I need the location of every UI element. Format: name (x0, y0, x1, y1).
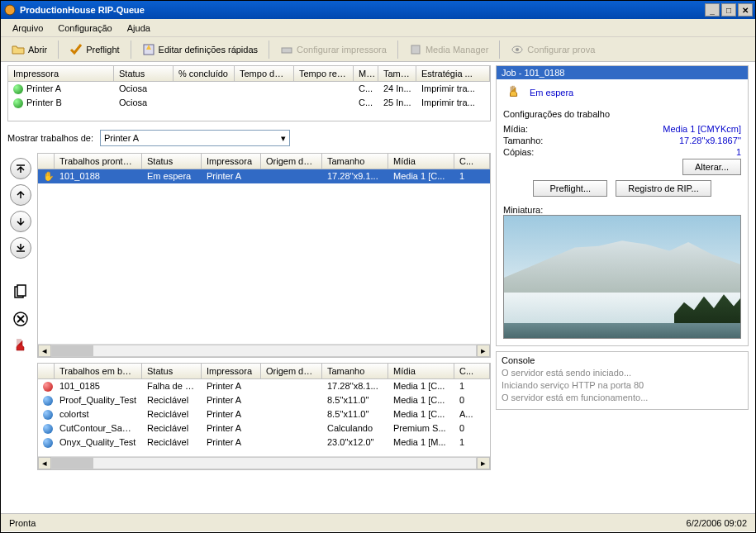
size-value: 17.28''x9.1867'' (679, 136, 741, 145)
separator (269, 40, 269, 59)
col-m[interactable]: M... (354, 66, 378, 81)
col-name[interactable]: Trabalhos prontos p... (55, 154, 142, 169)
separator (131, 40, 131, 59)
status-datetime: 6/2/2006 09:02 (687, 518, 747, 528)
move-down-button[interactable] (10, 211, 31, 232)
col-status[interactable]: Status (114, 66, 174, 81)
col-origin[interactable]: Origem da ... (261, 364, 322, 378)
hand-hold-icon (506, 84, 521, 101)
col-printer[interactable]: Impressora (202, 364, 261, 378)
copies-value: 1 (736, 147, 741, 157)
recycle-icon (43, 424, 53, 434)
quickset-icon (142, 43, 155, 56)
menu-config[interactable]: Configuração (51, 21, 118, 35)
media-value: Media 1 [CMYKcm] (663, 124, 741, 134)
preflight-label: Preflight (86, 45, 119, 55)
app-icon (3, 3, 17, 17)
buffer-job-row[interactable]: colortstReciclávelPrinter A 8.5''x11.0''… (38, 407, 490, 421)
separator (499, 40, 500, 59)
preflight-button[interactable]: Preflight (64, 40, 125, 59)
printer-row[interactable]: Printer B Ociosa C...25 In...Imprimir tr… (8, 96, 490, 110)
col-status[interactable]: Status (142, 154, 202, 169)
close-button[interactable]: ✕ (738, 3, 753, 17)
col-remaining[interactable]: Tempo rest... (294, 66, 354, 81)
col-media[interactable]: Mídia (388, 364, 454, 378)
svg-rect-7 (17, 285, 26, 296)
status-text: Pronta (9, 518, 36, 528)
job-panel-title: Job - 101_0188 (497, 66, 748, 79)
printer-config-button[interactable]: Configurar impressora (274, 40, 392, 59)
hold-button[interactable] (10, 335, 31, 356)
eye-icon (511, 43, 524, 56)
media-label: Mídia: (503, 124, 528, 134)
svg-point-5 (516, 48, 519, 51)
col-copies[interactable]: C... (454, 154, 490, 169)
buffer-jobs-grid[interactable]: Trabalhos em buffer Status Impressora Or… (37, 363, 491, 470)
error-icon (43, 382, 53, 392)
job-status: Em espera (530, 88, 573, 98)
col-origin[interactable]: Origem da ... (261, 154, 322, 169)
change-button[interactable]: Alterar... (682, 159, 741, 175)
buffer-hscroll[interactable]: ◂▸ (38, 456, 490, 469)
buffer-job-row[interactable]: Onyx_Quality_TestReciclávelPrinter A 23.… (38, 435, 490, 450)
rip-log-button[interactable]: Registro de RIP... (616, 180, 711, 197)
statusbar: Pronta 6/2/2006 09:02 (1, 513, 755, 531)
chevron-down-icon: ▾ (281, 133, 286, 144)
copies-label: Cópias: (503, 147, 534, 157)
move-top-button[interactable] (10, 158, 31, 179)
col-name[interactable]: Trabalhos em buffer (55, 364, 142, 378)
open-button[interactable]: Abrir (6, 40, 53, 59)
svg-rect-2 (282, 48, 292, 53)
proof-config-button[interactable]: Configurar prova (505, 40, 601, 59)
job-thumbnail (503, 215, 741, 339)
col-pct[interactable]: % concluído (174, 66, 235, 81)
minimize-button[interactable]: _ (705, 3, 720, 17)
console-title: Console (502, 355, 743, 365)
copy-button[interactable] (10, 282, 31, 303)
maximize-button[interactable]: □ (721, 3, 736, 17)
quickset-label: Editar definições rápidas (159, 45, 258, 55)
open-label: Abrir (28, 45, 47, 55)
col-strategy[interactable]: Estratégia ... (416, 66, 490, 81)
col-elapsed[interactable]: Tempo dec... (235, 66, 294, 81)
preflight-job-button[interactable]: Preflight... (533, 180, 607, 197)
console-body: O servidor está sendo iniciado...Inician… (502, 367, 743, 404)
media-manager-label: Media Manager (426, 45, 488, 55)
filter-label: Mostrar trabalhos de: (7, 133, 93, 143)
ready-hscroll[interactable]: ◂▸ (38, 344, 490, 357)
col-size[interactable]: Tamanho (322, 364, 388, 378)
col-icon[interactable] (38, 364, 55, 378)
printer-row[interactable]: Printer A Ociosa C...24 In...Imprimir tr… (8, 82, 490, 96)
buffer-job-row[interactable]: Proof_Quality_TestReciclávelPrinter A 8.… (38, 393, 490, 407)
titlebar: ProductionHouse RIP-Queue _ □ ✕ (1, 1, 755, 19)
preflight-icon (69, 43, 83, 56)
status-dot-icon (13, 84, 23, 94)
printer-config-label: Configurar impressora (297, 45, 387, 55)
move-up-button[interactable] (10, 184, 31, 206)
col-printer[interactable]: Impressora (202, 154, 261, 169)
buffer-job-row[interactable]: CutContour_SampleReciclávelPrinter A Cal… (38, 421, 490, 435)
media-manager-button[interactable]: Media Manager (403, 40, 494, 59)
separator (58, 40, 59, 59)
col-copies[interactable]: C... (454, 364, 490, 378)
menu-file[interactable]: Arquivo (6, 21, 50, 35)
ready-jobs-grid[interactable]: Trabalhos prontos p... Status Impressora… (37, 153, 491, 358)
buffer-job-row[interactable]: 101_0185Falha de RIPPrinter A 17.28''x8.… (38, 379, 490, 393)
delete-button[interactable] (10, 308, 31, 330)
col-size[interactable]: Tamanho (322, 154, 388, 169)
col-size[interactable]: Tama... (378, 66, 416, 81)
printer-filter-select[interactable]: Printer A ▾ (100, 130, 290, 146)
media-icon (409, 43, 422, 56)
quickset-button[interactable]: Editar definições rápidas (136, 40, 264, 59)
col-printer[interactable]: Impressora (8, 66, 114, 81)
ready-job-row[interactable]: ✋ 101_0188Em esperaPrinter A 17.28''x9.1… (38, 169, 490, 183)
folder-open-icon (12, 43, 25, 56)
col-icon[interactable] (38, 154, 55, 169)
printers-grid[interactable]: Impressora Status % concluído Tempo dec.… (7, 65, 491, 121)
col-status[interactable]: Status (142, 364, 202, 378)
job-config-title: Configurações do trabalho (503, 109, 741, 119)
move-bottom-button[interactable] (10, 237, 31, 259)
menu-help[interactable]: Ajuda (121, 21, 157, 35)
col-media[interactable]: Mídia (388, 154, 454, 169)
printer-icon (280, 43, 293, 56)
